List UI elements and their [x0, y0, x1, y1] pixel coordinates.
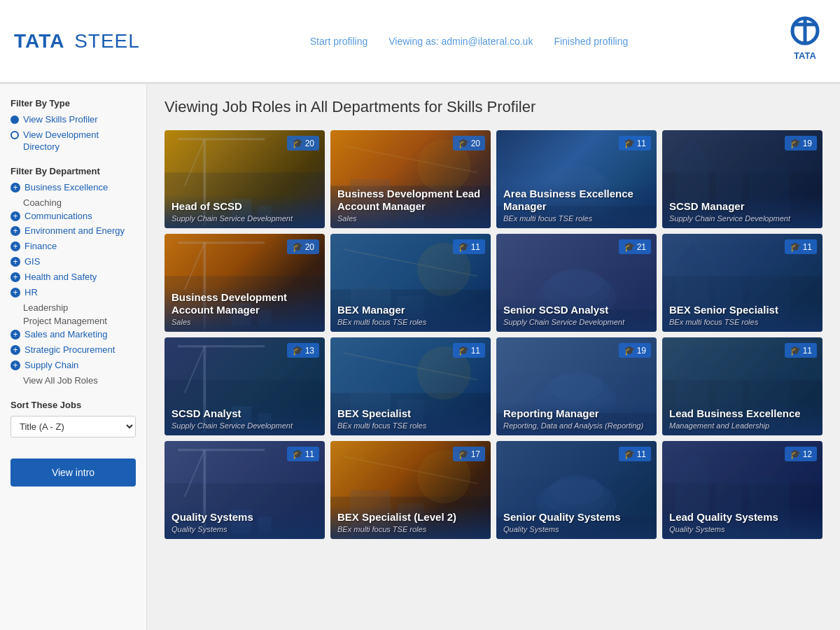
- job-subtitle: BEx multi focus TSE roles: [337, 525, 484, 533]
- job-card[interactable]: 🎓 11 Quality Systems Quality Systems: [164, 441, 325, 539]
- sidebar-dept-finance[interactable]: + Finance: [10, 241, 136, 253]
- start-profiling-link[interactable]: Start profiling: [310, 36, 368, 47]
- svg-point-35: [550, 268, 603, 298]
- graduation-icon: 🎓: [292, 241, 303, 252]
- sidebar-item-skills-profiler[interactable]: View Skills Profiler: [10, 114, 136, 126]
- sidebar-dept-leadership[interactable]: Leadership: [23, 302, 136, 313]
- dept-label[interactable]: Health and Safety: [24, 272, 97, 284]
- cross-icon: +: [10, 257, 20, 267]
- tata-brand-logo: TATA: [770, 15, 826, 66]
- job-badge: 🎓 11: [453, 343, 485, 358]
- job-card[interactable]: 🎓 11 Area Business Excellence Manager BE…: [496, 130, 657, 228]
- job-badge: 🎓 20: [287, 239, 319, 254]
- badge-count: 19: [803, 139, 812, 148]
- job-badge: 🎓 11: [785, 343, 817, 358]
- sort-section: Sort These Jobs Title (A - Z) Title (Z -…: [10, 400, 136, 438]
- dept-label[interactable]: Sales and Marketing: [24, 329, 108, 341]
- cross-icon: +: [10, 288, 20, 298]
- graduation-icon: 🎓: [624, 345, 635, 356]
- job-card[interactable]: 🎓 11 BEX Specialist BEx multi focus TSE …: [330, 337, 491, 435]
- sidebar-dept-health-safety[interactable]: + Health and Safety: [10, 272, 136, 284]
- badge-count: 11: [471, 242, 480, 252]
- sidebar-dept-coaching[interactable]: Coaching: [23, 197, 136, 208]
- cross-icon: +: [10, 345, 20, 355]
- job-subtitle: Management and Leadership: [669, 421, 816, 430]
- job-badge: 🎓 19: [619, 343, 651, 358]
- sidebar-dept-communications[interactable]: + Communications: [10, 211, 136, 223]
- dept-label[interactable]: Finance: [24, 241, 57, 253]
- sidebar-dept-sales[interactable]: + Sales and Marketing: [10, 329, 136, 341]
- finished-profiling-link[interactable]: Finished profiling: [554, 36, 628, 47]
- job-card[interactable]: 🎓 11 Lead Business Excellence Management…: [662, 337, 822, 435]
- job-card[interactable]: 🎓 11 BEX Manager BEx multi focus TSE rol…: [330, 234, 491, 332]
- job-title: BEX Manager: [337, 304, 484, 316]
- job-subtitle: Quality Systems: [503, 525, 650, 533]
- job-subtitle: Quality Systems: [172, 525, 318, 533]
- job-title: Quality Systems: [172, 511, 318, 524]
- graduation-icon: 🎓: [292, 449, 303, 459]
- job-card[interactable]: 🎓 20 Business Development Account Manage…: [164, 234, 325, 332]
- dept-label[interactable]: GIS: [24, 256, 40, 268]
- graduation-icon: 🎓: [790, 138, 801, 148]
- viewing-as-link[interactable]: Viewing as: admin@ilateral.co.uk: [388, 36, 533, 47]
- dept-label[interactable]: HR: [24, 287, 38, 299]
- svg-point-75: [550, 475, 603, 505]
- job-card[interactable]: 🎓 20 Head of SCSD Supply Chain Service D…: [164, 130, 325, 228]
- view-dev-directory-link[interactable]: View Development Directory: [23, 130, 136, 153]
- job-card[interactable]: 🎓 20 Business Development Lead Account M…: [330, 130, 491, 228]
- job-badge: 🎓 11: [785, 239, 817, 254]
- job-subtitle: Sales: [337, 214, 484, 223]
- job-card[interactable]: 🎓 17 BEX Specialist (Level 2) BEx multi …: [330, 441, 491, 539]
- job-card[interactable]: 🎓 19 Reporting Manager Reporting, Data a…: [496, 337, 657, 435]
- sidebar-dept-business-excellence[interactable]: + Business Excellence: [10, 182, 136, 194]
- job-title: BEX Specialist: [337, 407, 484, 420]
- job-subtitle: BEx multi focus TSE roles: [503, 214, 650, 223]
- sidebar-dept-gis[interactable]: + GIS: [10, 256, 136, 268]
- sidebar-dept-project-mgmt[interactable]: Project Management: [23, 316, 136, 326]
- sidebar-dept-strategic-proc[interactable]: + Strategic Procurement: [10, 344, 136, 356]
- job-badge: 🎓 11: [287, 447, 319, 461]
- job-subtitle: Supply Chain Service Development: [503, 318, 650, 326]
- dept-label[interactable]: Business Excellence: [24, 182, 108, 194]
- badge-count: 12: [803, 449, 812, 459]
- job-card[interactable]: 🎓 12 Lead Quality Systems Quality System…: [662, 441, 822, 539]
- logo: TATA STEEL: [14, 30, 140, 52]
- job-card[interactable]: 🎓 11 Senior Quality Systems Quality Syst…: [496, 441, 657, 539]
- view-intro-button[interactable]: View intro: [10, 458, 136, 486]
- view-skills-profiler-link[interactable]: View Skills Profiler: [23, 114, 98, 126]
- job-title: Business Development Account Manager: [172, 291, 318, 316]
- job-subtitle: BEx multi focus TSE roles: [669, 318, 816, 326]
- badge-count: 11: [471, 346, 480, 356]
- sidebar-dept-supply-chain[interactable]: + Supply Chain: [10, 360, 136, 372]
- graduation-icon: 🎓: [458, 449, 469, 459]
- badge-count: 11: [803, 242, 812, 252]
- dept-label[interactable]: Environment and Energy: [24, 225, 125, 237]
- badge-count: 20: [471, 139, 480, 148]
- cross-icon: +: [10, 272, 20, 282]
- sidebar-view-all-jobs[interactable]: View All Job Roles: [23, 375, 136, 386]
- graduation-icon: 🎓: [292, 138, 303, 148]
- sort-select[interactable]: Title (A - Z) Title (Z - A) Newest First: [10, 416, 136, 438]
- cross-icon: +: [10, 183, 20, 192]
- dot-outline-icon: [10, 131, 19, 139]
- graduation-icon: 🎓: [790, 345, 801, 356]
- dept-label[interactable]: Communications: [24, 211, 92, 223]
- job-subtitle: Reporting, Data and Analysis (Reporting): [503, 421, 650, 430]
- cross-icon: +: [10, 226, 20, 236]
- job-title: Senior SCSD Analyst: [503, 304, 650, 316]
- job-card-overlay: SCSD Manager Supply Chain Service Develo…: [662, 195, 822, 228]
- job-card[interactable]: 🎓 13 SCSD Analyst Supply Chain Service D…: [164, 337, 325, 435]
- sidebar-dept-environment[interactable]: + Environment and Energy: [10, 225, 136, 237]
- job-card[interactable]: 🎓 11 BEX Senior Specialist BEx multi foc…: [662, 234, 822, 332]
- sidebar-item-dev-directory[interactable]: View Development Directory: [10, 130, 136, 153]
- graduation-icon: 🎓: [790, 449, 801, 459]
- sort-title: Sort These Jobs: [10, 400, 136, 410]
- sidebar-dept-hr[interactable]: + HR: [10, 287, 136, 299]
- main-layout: Filter By Type View Skills Profiler View…: [0, 84, 840, 630]
- logo-area: TATA STEEL: [14, 30, 168, 52]
- dept-label[interactable]: Supply Chain: [24, 360, 78, 372]
- job-badge: 🎓 17: [453, 447, 485, 461]
- job-card[interactable]: 🎓 19 SCSD Manager Supply Chain Service D…: [662, 130, 822, 228]
- dept-label[interactable]: Strategic Procurement: [24, 344, 115, 356]
- job-card[interactable]: 🎓 21 Senior SCSD Analyst Supply Chain Se…: [496, 234, 657, 332]
